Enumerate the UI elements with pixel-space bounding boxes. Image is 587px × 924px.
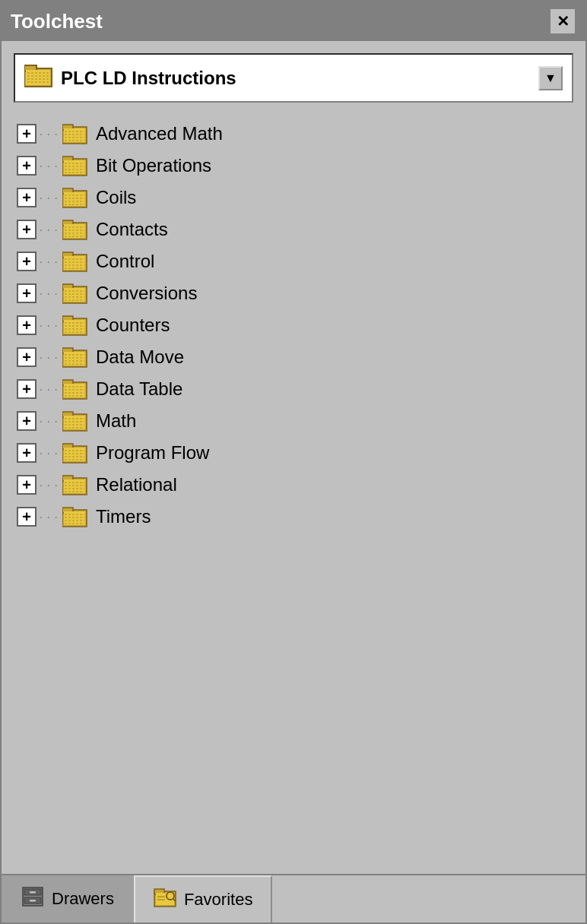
folder-icon-bit-operations <box>62 154 88 177</box>
expand-btn-control[interactable]: + <box>17 252 36 271</box>
content-area: PLC LD Instructions ▼ +··· Advanced Math… <box>2 41 585 874</box>
tree-item-data-move[interactable]: +··· Data Move <box>14 341 573 373</box>
tree-item-contacts[interactable]: +··· Contacts <box>14 214 573 245</box>
expand-btn-data-table[interactable]: + <box>17 379 36 399</box>
item-label-control: Control <box>96 251 154 272</box>
item-label-math: Math <box>96 410 136 432</box>
folder-icon-contacts <box>62 218 88 241</box>
svg-rect-30 <box>64 224 85 238</box>
tree-connector-dots: ··· <box>38 224 60 236</box>
close-button[interactable]: ✕ <box>549 8 576 35</box>
tree-connector-dots: ··· <box>38 320 60 331</box>
tree-connector-dots: ··· <box>38 256 60 267</box>
folder-icon-conversions <box>62 282 88 305</box>
svg-rect-9 <box>64 128 85 142</box>
expand-btn-coils[interactable]: + <box>17 188 36 207</box>
item-label-bit-operations: Bit Operations <box>96 155 211 176</box>
item-label-advanced-math: Advanced Math <box>96 123 223 144</box>
svg-rect-16 <box>64 160 85 174</box>
dropdown-folder-icon <box>24 62 53 93</box>
svg-rect-2 <box>26 70 50 85</box>
svg-rect-72 <box>64 416 85 429</box>
tree-connector-dots: ··· <box>38 288 60 299</box>
tree-item-program-flow[interactable]: +··· Program Flow <box>14 437 573 469</box>
expand-btn-conversions[interactable]: + <box>17 283 36 303</box>
title-bar: Toolchest ✕ <box>2 2 585 41</box>
tree-connector-dots: ··· <box>38 479 60 491</box>
svg-rect-86 <box>64 479 85 493</box>
item-label-contacts: Contacts <box>96 219 168 240</box>
svg-rect-102 <box>30 900 36 902</box>
svg-rect-93 <box>64 511 85 525</box>
tab-favorites[interactable]: Favorites <box>134 875 272 922</box>
favorites-tab-label: Favorites <box>184 890 252 910</box>
tree-item-relational[interactable]: +··· Relational <box>14 469 573 501</box>
expand-btn-timers[interactable]: + <box>17 507 36 527</box>
svg-rect-65 <box>64 384 85 397</box>
svg-rect-23 <box>64 192 85 206</box>
tree-item-counters[interactable]: +··· Counters <box>14 309 573 341</box>
tree-container: +··· Advanced Math+··· Bit Operations+··… <box>14 115 573 862</box>
toolchest-window: Toolchest ✕ PLC LD Instructions ▼ <box>0 0 587 924</box>
tree-item-conversions[interactable]: +··· Conversions <box>14 277 573 309</box>
item-label-relational: Relational <box>96 474 177 495</box>
folder-icon-control <box>62 250 88 273</box>
expand-btn-data-move[interactable]: + <box>17 347 36 367</box>
tree-connector-dots: ··· <box>38 160 60 172</box>
expand-btn-relational[interactable]: + <box>17 475 36 495</box>
expand-btn-program-flow[interactable]: + <box>17 443 36 463</box>
svg-rect-79 <box>64 448 85 461</box>
folder-icon-advanced-math <box>62 122 88 145</box>
svg-rect-58 <box>64 352 85 365</box>
expand-btn-advanced-math[interactable]: + <box>17 124 36 144</box>
folder-icon-program-flow <box>62 441 88 464</box>
tree-item-coils[interactable]: +··· Coils <box>14 182 573 214</box>
tree-connector-dots: ··· <box>38 448 60 459</box>
folder-icon-svg <box>24 62 53 88</box>
instructions-dropdown[interactable]: PLC LD Instructions ▼ <box>14 53 573 103</box>
drawers-tab-label: Drawers <box>52 889 114 909</box>
svg-rect-101 <box>30 891 36 894</box>
tree-item-data-table[interactable]: +··· Data Table <box>14 373 573 405</box>
tree-item-math[interactable]: +··· Math <box>14 405 573 437</box>
dropdown-label: PLC LD Instructions <box>61 68 538 89</box>
folder-icon-relational <box>62 473 88 496</box>
item-label-program-flow: Program Flow <box>96 442 209 464</box>
tree-connector-dots: ··· <box>38 192 60 204</box>
svg-rect-37 <box>64 256 85 270</box>
folder-icon-data-move <box>62 346 88 369</box>
expand-btn-contacts[interactable]: + <box>17 220 36 239</box>
drawers-tab-icon <box>21 886 44 912</box>
folder-icon-coils <box>62 186 88 209</box>
tree-item-timers[interactable]: +··· Timers <box>14 501 573 533</box>
tree-item-bit-operations[interactable]: +··· Bit Operations <box>14 150 573 182</box>
tab-drawers[interactable]: Drawers <box>2 875 134 922</box>
tree-connector-dots: ··· <box>38 128 60 140</box>
item-label-data-move: Data Move <box>96 346 184 368</box>
item-label-counters: Counters <box>96 315 170 336</box>
item-label-data-table: Data Table <box>96 378 182 400</box>
tree-connector-dots: ··· <box>38 352 60 363</box>
folder-icon-math <box>62 410 88 432</box>
dropdown-arrow[interactable]: ▼ <box>538 66 563 90</box>
item-label-coils: Coils <box>96 187 136 208</box>
folder-icon-data-table <box>62 378 88 400</box>
window-title: Toolchest <box>11 10 103 33</box>
expand-btn-counters[interactable]: + <box>17 315 36 335</box>
folder-icon-timers <box>62 505 88 528</box>
tree-connector-dots: ··· <box>38 416 60 427</box>
svg-rect-44 <box>64 288 85 302</box>
item-label-timers: Timers <box>96 506 151 527</box>
svg-rect-51 <box>64 320 85 334</box>
bottom-tabs: Drawers Favorites <box>2 874 585 922</box>
expand-btn-bit-operations[interactable]: + <box>17 156 36 176</box>
item-label-conversions: Conversions <box>96 283 197 304</box>
tree-connector-dots: ··· <box>38 384 60 395</box>
favorites-tab-icon <box>154 887 176 913</box>
folder-icon-counters <box>62 314 88 337</box>
tree-item-advanced-math[interactable]: +··· Advanced Math <box>14 118 573 150</box>
tree-item-control[interactable]: +··· Control <box>14 245 573 277</box>
expand-btn-math[interactable]: + <box>17 411 36 431</box>
tree-connector-dots: ··· <box>38 511 60 523</box>
